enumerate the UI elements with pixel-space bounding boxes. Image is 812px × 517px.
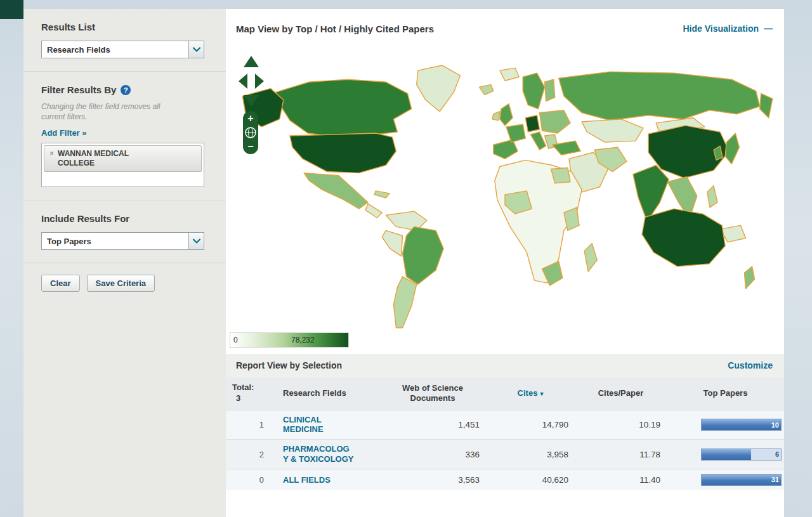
- main-panel: Map View by Top / Hot / Highly Cited Pap…: [226, 9, 784, 517]
- chevron-down-icon[interactable]: [188, 41, 204, 58]
- map-region-finland[interactable]: [545, 79, 555, 101]
- results-list-select[interactable]: Research Fields: [41, 41, 204, 58]
- map-region-mexico[interactable]: [304, 173, 368, 209]
- report-view-title: Report View by Selection: [236, 360, 342, 370]
- zoom-in-icon[interactable]: +: [247, 113, 253, 124]
- choropleth-map[interactable]: [226, 48, 784, 354]
- top-papers-bar: 31: [701, 474, 782, 486]
- map-region-central-asia[interactable]: [582, 119, 643, 142]
- remove-filter-icon[interactable]: ×: [49, 149, 54, 158]
- map-region-greenland[interactable]: [417, 65, 461, 112]
- map-region-cuba[interactable]: [374, 191, 390, 198]
- hide-visualization-label: Hide Visualization: [683, 23, 759, 34]
- map-region-eastern-europe[interactable]: [539, 110, 570, 133]
- map-region-brazil[interactable]: [403, 226, 444, 284]
- map-region-iceland[interactable]: [480, 84, 494, 95]
- top-papers-value: 6: [775, 450, 779, 458]
- map-region-svalbard[interactable]: [500, 68, 519, 81]
- map-region-usa[interactable]: [290, 133, 396, 173]
- zoom-out-icon[interactable]: −: [247, 141, 253, 152]
- map-region-central-america[interactable]: [365, 204, 382, 218]
- filter-section: Filter Results By ? Changing the filter …: [23, 72, 226, 200]
- cites-per-paper-value: 11.40: [575, 469, 667, 490]
- map-region-ireland[interactable]: [492, 112, 500, 121]
- column-header-top-papers: Top Papers: [667, 377, 784, 410]
- cites-per-paper-value: 10.19: [575, 410, 667, 440]
- include-results-select[interactable]: Top Papers: [41, 232, 204, 250]
- legend-max-value: 78,232: [291, 336, 315, 344]
- report-view-header: Report View by Selection Customize: [226, 354, 784, 377]
- map-region-australia[interactable]: [642, 209, 725, 266]
- pan-down-icon[interactable]: [244, 95, 259, 107]
- field-link[interactable]: ALL FIELDS: [283, 475, 354, 485]
- total-label: Total:: [232, 383, 254, 392]
- column-header-research-fields: Research Fields: [270, 377, 379, 410]
- column-header-documents: Web of Science Documents: [379, 377, 486, 410]
- documents-value: 1,451: [379, 410, 486, 440]
- map-region-argentina[interactable]: [393, 277, 416, 328]
- column-header-cites-per-paper: Cites/Paper: [575, 377, 667, 410]
- results-list-value: Research Fields: [42, 41, 188, 58]
- include-results-heading: Include Results For: [41, 213, 204, 224]
- field-link[interactable]: CLINICAL MEDICINE: [283, 415, 354, 435]
- pan-right-icon[interactable]: [255, 74, 264, 89]
- map-region-russia[interactable]: [559, 72, 760, 121]
- chevron-down-icon[interactable]: [188, 233, 204, 249]
- table-header-row: Total: 3 Research Fields Web of Science …: [226, 377, 784, 410]
- cites-value: 14,790: [486, 410, 575, 440]
- results-list-section: Results List Research Fields: [23, 9, 226, 72]
- map-region-scandinavia[interactable]: [523, 73, 544, 109]
- customize-link[interactable]: Customize: [728, 360, 773, 370]
- column-header-cites[interactable]: Cites▾: [486, 377, 575, 410]
- top-papers-bar-fill: [702, 474, 781, 485]
- map-view-header: Map View by Top / Hot / Highly Cited Pap…: [226, 9, 784, 48]
- map-region-peru[interactable]: [382, 230, 402, 256]
- map-pan-control[interactable]: [237, 55, 265, 110]
- save-criteria-button[interactable]: Save Criteria: [87, 275, 155, 292]
- map-region-philippines[interactable]: [707, 186, 717, 207]
- app-corner-block: [0, 0, 23, 19]
- filter-chip[interactable]: × WANNAN MEDICAL COLLEGE: [44, 145, 202, 172]
- cites-per-paper-value: 11.78: [575, 440, 667, 469]
- hide-visualization-link[interactable]: Hide Visualization —: [683, 23, 773, 34]
- sidebar: Results List Research Fields Filter Resu…: [23, 9, 226, 517]
- minimize-icon: —: [764, 23, 773, 34]
- documents-value: 336: [379, 440, 486, 469]
- cites-value: 3,958: [486, 440, 575, 469]
- map-region-new-zealand[interactable]: [744, 266, 754, 289]
- total-count: 3: [236, 393, 240, 403]
- map-region-france[interactable]: [506, 124, 525, 142]
- page: Results List Research Fields Filter Resu…: [0, 0, 812, 517]
- documents-value: 3,563: [379, 469, 486, 490]
- add-filter-link[interactable]: Add Filter »: [41, 128, 87, 138]
- map-region-spain[interactable]: [494, 140, 518, 159]
- map-region-uk[interactable]: [500, 104, 513, 126]
- row-rank: 2: [226, 440, 270, 469]
- map-region-far-east-russia[interactable]: [760, 93, 773, 117]
- pan-up-icon[interactable]: [244, 56, 259, 67]
- map-region-italy[interactable]: [530, 132, 546, 150]
- map-region-canada[interactable]: [276, 79, 412, 137]
- filter-chip-label: WANNAN MEDICAL COLLEGE: [58, 149, 147, 168]
- map-region-madagascar[interactable]: [584, 244, 597, 272]
- world-map[interactable]: + − 0 78,232: [226, 48, 784, 354]
- filter-note: Changing the filter field removes all cu…: [41, 101, 204, 122]
- top-papers-value: 10: [771, 421, 779, 429]
- map-region-germany[interactable]: [525, 115, 539, 132]
- filter-note-line1: Changing the filter field removes all: [41, 102, 160, 111]
- pan-left-icon[interactable]: [239, 74, 247, 89]
- top-papers-bar: 10: [701, 419, 782, 431]
- table-row: 1 CLINICAL MEDICINE 1,451 14,790 10.19 1…: [226, 410, 784, 440]
- column-header-total: Total: 3: [226, 377, 270, 410]
- criteria-buttons: Clear Save Criteria: [23, 263, 226, 303]
- map-zoom-control[interactable]: + −: [242, 110, 259, 157]
- map-view-title: Map View by Top / Hot / Highly Cited Pap…: [236, 23, 434, 34]
- clear-button[interactable]: Clear: [41, 275, 80, 292]
- sort-desc-icon: ▾: [540, 390, 543, 397]
- map-region-japan[interactable]: [725, 133, 739, 164]
- field-link[interactable]: PHARMACOLOGY & TOXICOLOGY: [283, 444, 354, 464]
- report-table: Total: 3 Research Fields Web of Science …: [226, 377, 784, 490]
- help-icon[interactable]: ?: [121, 85, 131, 95]
- map-region-egypt[interactable]: [551, 168, 570, 183]
- include-results-section: Include Results For Top Papers: [23, 200, 226, 263]
